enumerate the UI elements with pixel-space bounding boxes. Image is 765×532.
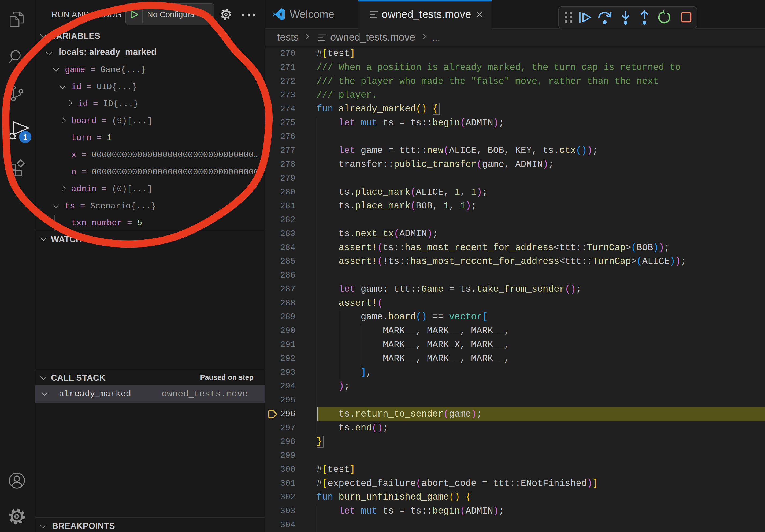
svg-text:1: 1 (23, 133, 27, 141)
